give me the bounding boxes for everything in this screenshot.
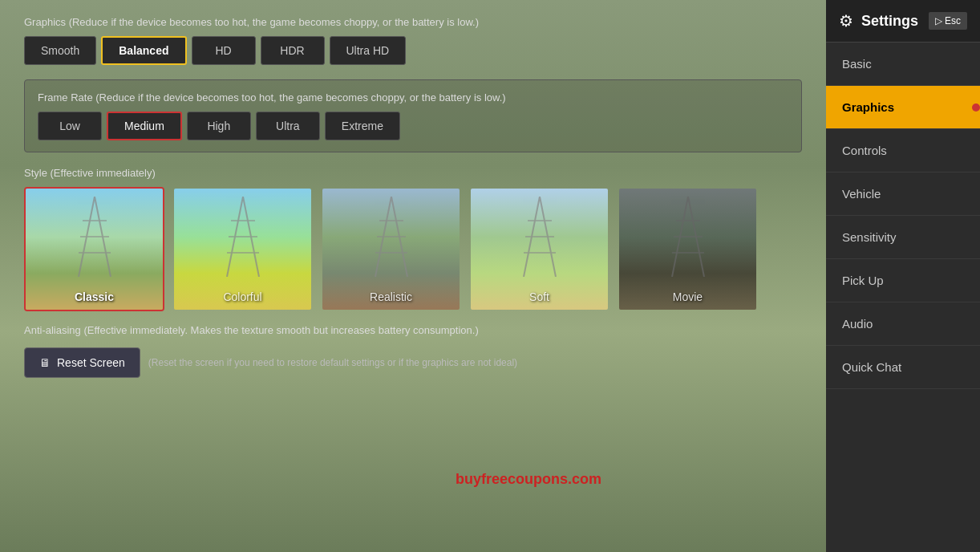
sidebar-item-audio[interactable]: Audio [826, 302, 980, 346]
framerate-high-btn[interactable]: High [187, 112, 251, 140]
realistic-label: Realistic [322, 290, 460, 303]
movie-tower-icon [664, 197, 712, 277]
graphics-smooth-btn[interactable]: Smooth [24, 36, 96, 65]
sidebar-graphics-label: Graphics [842, 100, 894, 114]
graphics-hd-btn[interactable]: HD [192, 36, 256, 65]
sidebar-item-sensitivity[interactable]: Sensitivity [826, 216, 980, 259]
sidebar-header: ⚙ Settings ▷ Esc [826, 0, 980, 43]
style-colorful-card[interactable]: Colorful [172, 187, 313, 311]
style-section-title: Style (Effective immediately) [24, 167, 802, 179]
sidebar-item-quickchat[interactable]: Quick Chat [826, 346, 980, 389]
graphics-quality-section: Graphics (Reduce if the device becomes t… [24, 16, 802, 65]
sidebar-item-graphics[interactable]: Graphics [826, 86, 980, 129]
sidebar-audio-label: Audio [842, 317, 873, 331]
monitor-icon: 🖥 [39, 356, 51, 369]
style-realistic-card[interactable]: Realistic [321, 187, 461, 311]
reset-description: (Reset the screen if you need to restore… [148, 357, 517, 368]
sidebar-item-pickup[interactable]: Pick Up [826, 259, 980, 302]
soft-tower-icon [516, 197, 564, 277]
movie-label: Movie [619, 290, 756, 303]
graphics-ultrahd-btn[interactable]: Ultra HD [330, 36, 407, 65]
reset-screen-button[interactable]: 🖥 Reset Screen [24, 347, 140, 378]
realistic-tower-icon [367, 197, 415, 277]
main-content: Graphics (Reduce if the device becomes t… [0, 0, 826, 552]
graphics-balanced-btn[interactable]: Balanced [101, 36, 186, 65]
colorful-label: Colorful [174, 290, 311, 303]
sidebar-item-controls[interactable]: Controls [826, 129, 980, 172]
frame-rate-buttons: Low Medium High Ultra Extreme [38, 112, 788, 140]
style-soft-card[interactable]: Soft [469, 187, 609, 311]
reset-screen-label: Reset Screen [57, 356, 125, 369]
sidebar-controls-label: Controls [842, 144, 887, 157]
classic-tower-icon [71, 197, 119, 277]
style-cards-container: Classic Colorful [24, 187, 802, 311]
settings-title: Settings [861, 13, 921, 30]
graphics-quality-title: Graphics (Reduce if the device becomes t… [24, 16, 802, 28]
frame-rate-title: Frame Rate (Reduce if the device becomes… [38, 91, 788, 104]
graphics-quality-buttons: Smooth Balanced HD HDR Ultra HD [24, 36, 802, 65]
classic-label: Classic [26, 290, 163, 303]
sidebar-item-vehicle[interactable]: Vehicle [826, 172, 980, 216]
sidebar-pickup-label: Pick Up [842, 274, 884, 287]
sidebar-quickchat-label: Quick Chat [842, 360, 901, 374]
colorful-tower-icon [219, 197, 267, 277]
graphics-hdr-btn[interactable]: HDR [261, 36, 325, 65]
sidebar-vehicle-label: Vehicle [842, 187, 881, 201]
esc-button[interactable]: ▷ Esc [929, 12, 967, 30]
style-section: Style (Effective immediately) Classic [24, 167, 802, 311]
reset-section: 🖥 Reset Screen (Reset the screen if you … [24, 347, 802, 378]
sidebar: ⚙ Settings ▷ Esc Basic Graphics Controls… [826, 0, 980, 552]
watermark: buyfreecoupons.com [456, 471, 601, 488]
framerate-low-btn[interactable]: Low [38, 112, 102, 140]
sidebar-basic-label: Basic [842, 57, 872, 71]
sidebar-sensitivity-label: Sensitivity [842, 230, 897, 244]
style-movie-card[interactable]: Movie [618, 187, 758, 311]
framerate-ultra-btn[interactable]: Ultra [256, 112, 320, 140]
frame-rate-section: Frame Rate (Reduce if the device becomes… [24, 79, 802, 152]
framerate-extreme-btn[interactable]: Extreme [325, 112, 400, 140]
style-classic-card[interactable]: Classic [24, 187, 164, 311]
soft-label: Soft [471, 290, 608, 303]
framerate-medium-btn[interactable]: Medium [107, 112, 182, 140]
anti-alias-text: Anti-aliasing (Effective immediately. Ma… [24, 324, 802, 336]
sidebar-item-basic[interactable]: Basic [826, 43, 980, 86]
settings-gear-icon: ⚙ [839, 11, 853, 30]
